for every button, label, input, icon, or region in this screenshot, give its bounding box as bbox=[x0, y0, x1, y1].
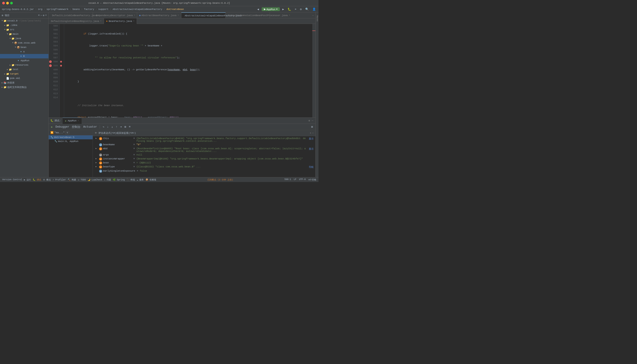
expand-mbd[interactable]: ▶ bbox=[96, 147, 98, 150]
tree-resources[interactable]: ▶ 📁 resources bbox=[0, 63, 48, 67]
tree-ext-libs[interactable]: ▶ 📚 外部库 bbox=[0, 80, 48, 85]
run-play-icon[interactable]: ▶ bbox=[282, 7, 285, 12]
breadcrumb-factory[interactable]: factory bbox=[84, 8, 94, 10]
maximize-button[interactable] bbox=[10, 2, 13, 4]
expand-instancewrapper[interactable]: ▶ bbox=[96, 158, 98, 160]
breadcrumb-support[interactable]: support bbox=[98, 8, 108, 10]
indent-info[interactable]: 4个空格 bbox=[308, 178, 316, 181]
tree-class-a[interactable]: ▶ ● A bbox=[0, 50, 48, 54]
tab-console[interactable]: 控制台 bbox=[71, 124, 81, 129]
coverage-icon[interactable]: ☂ bbox=[294, 7, 297, 12]
step-over-btn[interactable]: ↷ bbox=[102, 125, 105, 129]
frame-main[interactable]: 🔧 main:9, AppRun bbox=[49, 139, 93, 143]
sidebar-sort-icon[interactable]: ≡ bbox=[38, 14, 40, 17]
build-status-btn[interactable]: 🔨 构建 bbox=[68, 178, 76, 181]
tree-bean-pkg[interactable]: ▼ 📦 bean bbox=[0, 45, 48, 50]
cursor-position[interactable]: 598:1 bbox=[284, 178, 291, 181]
frames-filter-btn[interactable]: ▽ bbox=[66, 131, 69, 134]
remove-watch-btn[interactable]: − bbox=[312, 132, 314, 134]
more-btn[interactable]: ≡ bbox=[128, 125, 132, 129]
settings-icon[interactable]: ⚙ bbox=[299, 7, 302, 12]
var-args[interactable]: ▶ n args = null bbox=[93, 153, 316, 157]
tree-main[interactable]: ▼ 📁 main bbox=[0, 32, 48, 36]
tree-src[interactable]: ▼ 📁 src bbox=[0, 28, 48, 32]
breadcrumb-org[interactable]: org bbox=[38, 8, 42, 10]
lua-status-btn[interactable]: 🌙 LuaCheck bbox=[88, 178, 102, 181]
breadcrumb-beans[interactable]: beans bbox=[72, 8, 80, 10]
terminal-status-btn[interactable]: ⬛ 终端 bbox=[126, 178, 135, 181]
run-cursor-btn[interactable]: ➜ bbox=[120, 125, 122, 129]
tab-actuator[interactable]: Actuator bbox=[82, 125, 98, 129]
sidebar-close-icon[interactable]: × bbox=[45, 14, 47, 17]
close-bottom-icon[interactable]: — bbox=[312, 119, 313, 122]
run-status-btn[interactable]: ▶ 运行 bbox=[24, 178, 31, 181]
tab2-defaultsingleton[interactable]: DefaultSingletonBeanRegistry.java × bbox=[49, 18, 104, 24]
expand-beantype[interactable]: ▶ bbox=[96, 166, 98, 168]
debug-status-btn[interactable]: 🐛 调试 bbox=[33, 178, 41, 181]
tree-target[interactable]: ▶ 📁 target bbox=[0, 72, 48, 76]
breadcrumb-jar[interactable]: spring-beans-6.0.2.jar bbox=[2, 8, 34, 10]
tab-abstractautowire[interactable]: AbstractAutowireCapableBeanFactory.java … bbox=[181, 12, 226, 18]
expand-bean[interactable]: ▶ bbox=[96, 162, 98, 164]
var-mbd[interactable]: ▶ o mbd = {RootBeanDefinition@6055} "Roo… bbox=[93, 147, 316, 153]
encoding[interactable]: UTF-8 bbox=[299, 178, 306, 181]
spring-status-btn[interactable]: 🌿 Spring bbox=[113, 178, 125, 181]
tree-pom[interactable]: ▶ 📄 pom.xml bbox=[0, 76, 48, 80]
step-into-btn[interactable]: ↓ bbox=[106, 125, 110, 129]
services-status-btn[interactable]: ☁ 服务 bbox=[137, 178, 144, 181]
frames-filter-icon[interactable]: 🔽 bbox=[50, 131, 54, 134]
step-out-btn[interactable]: ↑ bbox=[115, 125, 118, 129]
var-bean[interactable]: ▶ o bean = = {B@6112} bbox=[93, 161, 316, 165]
nav-link-beantype[interactable]: 导航 bbox=[309, 166, 314, 169]
version-control-label[interactable]: Version Control bbox=[2, 178, 22, 181]
breakpoint-598[interactable] bbox=[49, 60, 52, 63]
breadcrumb-method[interactable]: doCreateBean bbox=[166, 8, 184, 10]
var-beanname[interactable]: ▶ s beanName = "b" bbox=[93, 143, 316, 147]
tree-root[interactable]: ▼ 📁 ossa3.0 ~/java/java/secki bbox=[0, 18, 48, 23]
tab-dependency[interactable]: DependencyDescriptor.java × bbox=[93, 12, 137, 18]
expand-this[interactable]: ▶ bbox=[96, 137, 98, 140]
breadcrumb-springframework[interactable]: springframework bbox=[46, 8, 68, 10]
user-icon[interactable]: 👤 bbox=[312, 7, 317, 12]
minimize-button[interactable] bbox=[6, 2, 9, 4]
tab-close-3[interactable]: × bbox=[178, 14, 179, 16]
breakpoint-status-btn[interactable]: ⏸ 断点 bbox=[43, 178, 51, 181]
tree-idea[interactable]: ▶ 📁 .idea bbox=[0, 23, 48, 28]
breadcrumb-class[interactable]: AbstractAutowireCapableBeanFactory bbox=[112, 8, 162, 10]
bottom-tab-apprun[interactable]: ▶ AppRun × bbox=[62, 118, 82, 124]
tab-close-2[interactable]: × bbox=[134, 14, 135, 16]
tree-java[interactable]: ▼ 📁 java bbox=[0, 36, 48, 41]
sidebar-collapse-icon[interactable]: — bbox=[40, 14, 42, 17]
breakpoint-599[interactable] bbox=[49, 64, 52, 67]
code-editor[interactable]: 589 590 591 592 593 594 595 596 597 598 bbox=[49, 24, 316, 118]
deps-status-btn[interactable]: 📦 依赖项 bbox=[146, 178, 156, 181]
apprun-button[interactable]: ▶ AppRun ▾ bbox=[262, 7, 280, 11]
tree-test[interactable]: ▶ 📁 test bbox=[0, 67, 48, 72]
force-step-btn[interactable]: ⇓ bbox=[110, 125, 114, 129]
tab2-close-1[interactable]: × bbox=[100, 20, 102, 22]
search-icon[interactable]: 🔍 bbox=[304, 7, 310, 12]
todo-status-btn[interactable]: ☑ TODO bbox=[78, 178, 86, 181]
tree-class-b[interactable]: ▶ ● B bbox=[0, 54, 48, 58]
close-button[interactable] bbox=[2, 2, 5, 4]
tab-abstractbean[interactable]: AbstractBeanFactory.java × bbox=[137, 12, 181, 18]
tree-apprun[interactable]: ▶ ● AppRun bbox=[0, 58, 48, 63]
tree-temp[interactable]: ▶ 📁 临时文件和控制台 bbox=[0, 85, 48, 89]
resume-btn[interactable]: ▶ bbox=[50, 125, 54, 129]
show-link-mbd[interactable]: 显示 bbox=[309, 147, 314, 150]
var-earlysingleton[interactable]: ▶ b earlySingletonExposure = false bbox=[93, 169, 316, 173]
profiler-status-btn[interactable]: ⚡ Profiler bbox=[53, 178, 66, 181]
debug-icon[interactable]: 🐛 bbox=[287, 7, 292, 12]
code-content[interactable]: if (logger.isTraceEnabled()) { logger.tr… bbox=[64, 24, 312, 118]
frame-docreatbean[interactable]: 🔧 doCreateBean:5 bbox=[49, 135, 93, 139]
nav-back-icon[interactable]: ◀ bbox=[256, 7, 260, 12]
apprun-tab-close[interactable]: × bbox=[78, 120, 79, 122]
tab2-close-2[interactable]: × bbox=[133, 20, 134, 22]
var-this[interactable]: ▶ o this = {DefaultListableBeanFactory@4… bbox=[93, 137, 316, 143]
eval-btn[interactable]: ⊞ bbox=[124, 125, 127, 129]
tab-debugger[interactable]: Debugger bbox=[55, 125, 70, 129]
issues-status-btn[interactable]: ⚠ 问题 bbox=[104, 178, 111, 181]
layout-btn[interactable]: ⊞ bbox=[310, 125, 314, 129]
maven-tab[interactable]: Maven bbox=[316, 16, 318, 22]
tab-defaultlistable[interactable]: DefaultListableBeanFactory.java × bbox=[49, 12, 93, 18]
